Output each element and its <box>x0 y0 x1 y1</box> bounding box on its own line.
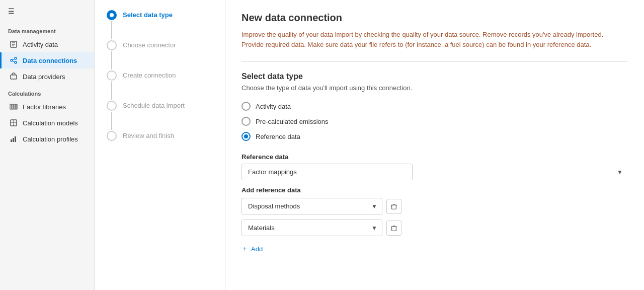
step-line-4 <box>111 112 112 130</box>
radio-label-reference: Reference data <box>256 133 300 140</box>
data-management-section-label: Data management <box>0 22 94 36</box>
reference-data-dropdown[interactable]: Factor mappings Emissions factors Units <box>242 164 413 180</box>
radio-label-activity: Activity data <box>256 103 291 110</box>
ref-dropdown-wrapper-2: Disposal methods Materials Units ▼ <box>242 220 382 236</box>
sidebar-item-label: Data providers <box>23 73 65 81</box>
section-desc: Choose the type of data you'll import us… <box>242 84 628 92</box>
radio-label-pre-calculated: Pre-calculated emissions <box>256 118 329 125</box>
delete-ref-row-2-button[interactable] <box>386 221 401 236</box>
info-text: Improve the quality of your data import … <box>242 30 614 49</box>
ref-dropdown-wrapper-1: Disposal methods Materials Units ▼ <box>242 198 382 214</box>
radio-reference-data[interactable]: Reference data <box>242 132 628 141</box>
add-reference-button[interactable]: ＋ Add <box>242 241 263 256</box>
svg-rect-17 <box>11 139 12 142</box>
step-choose-connector: Choose connector <box>107 40 213 70</box>
calculation-profiles-icon <box>10 135 18 143</box>
svg-line-8 <box>13 61 15 62</box>
delete-ref-row-1-button[interactable] <box>386 199 401 214</box>
ref-row-1: Disposal methods Materials Units ▼ <box>242 198 628 214</box>
sidebar: ☰ Data management Activity data Data con… <box>0 0 95 290</box>
add-button-label: Add <box>251 245 263 253</box>
svg-rect-19 <box>15 136 16 142</box>
step-label-4: Schedule data import <box>123 101 185 109</box>
step-circle-4 <box>107 101 117 111</box>
hamburger-menu[interactable]: ☰ <box>0 0 94 22</box>
page-title: New data connection <box>242 12 628 24</box>
hamburger-icon: ☰ <box>8 7 15 15</box>
section-divider <box>242 61 628 62</box>
sidebar-item-data-connections[interactable]: Data connections <box>0 52 94 68</box>
radio-circle-pre-calculated <box>242 117 251 126</box>
radio-circle-activity <box>242 102 251 111</box>
main-content: New data connection Improve the quality … <box>225 0 644 290</box>
reference-data-dropdown-wrapper: Factor mappings Emissions factors Units … <box>242 164 628 180</box>
factor-libraries-icon <box>10 103 18 111</box>
add-reference-data-label: Add reference data <box>242 186 628 194</box>
step-circle-5 <box>107 131 117 141</box>
step-create-connection: Create connection <box>107 70 213 101</box>
step-select-data-type: Select data type <box>107 10 213 40</box>
activity-data-icon <box>10 40 18 48</box>
sidebar-item-calculation-models[interactable]: Calculation models <box>0 115 94 131</box>
radio-pre-calculated[interactable]: Pre-calculated emissions <box>242 117 628 126</box>
svg-point-4 <box>11 59 13 61</box>
reference-data-chevron-icon: ▼ <box>617 169 623 176</box>
svg-point-6 <box>15 61 17 63</box>
calculation-models-icon <box>10 119 18 127</box>
trash-icon-2 <box>390 225 397 232</box>
data-providers-icon <box>10 72 18 81</box>
step-circle-1 <box>107 10 117 20</box>
trash-icon <box>390 203 397 210</box>
ref-dropdown-1[interactable]: Disposal methods Materials Units <box>242 198 382 214</box>
sidebar-item-label: Calculation models <box>23 119 78 127</box>
step-label-2: Choose connector <box>123 40 176 49</box>
sidebar-item-label: Data connections <box>23 57 77 64</box>
step-review-and-finish: Review and finish <box>107 131 213 141</box>
sidebar-item-factor-libraries[interactable]: Factor libraries <box>0 99 94 115</box>
svg-line-7 <box>13 59 15 60</box>
ref-row-2: Disposal methods Materials Units ▼ <box>242 220 628 236</box>
data-type-radio-group: Activity data Pre-calculated emissions R… <box>242 102 628 141</box>
radio-activity-data[interactable]: Activity data <box>242 102 628 111</box>
step-line-1 <box>111 21 112 39</box>
sidebar-item-label: Factor libraries <box>23 103 66 111</box>
step-label-1: Select data type <box>123 10 173 19</box>
step-line-3 <box>111 82 112 100</box>
section-title: Select data type <box>242 72 628 81</box>
svg-rect-13 <box>16 104 17 109</box>
svg-rect-18 <box>13 138 14 142</box>
sidebar-item-activity-data[interactable]: Activity data <box>0 36 94 52</box>
svg-rect-10 <box>10 104 12 109</box>
svg-rect-23 <box>392 227 396 231</box>
stepper-panel: Select data type Choose connector Create… <box>95 0 225 290</box>
step-line-2 <box>111 51 112 69</box>
ref-dropdown-2[interactable]: Disposal methods Materials Units <box>242 220 382 236</box>
svg-point-5 <box>15 57 17 59</box>
plus-icon: ＋ <box>242 244 248 253</box>
calculations-section-label: Calculations <box>0 85 94 99</box>
step-circle-3 <box>107 70 117 81</box>
step-circle-2 <box>107 40 117 50</box>
step-label-5: Review and finish <box>123 131 174 139</box>
sidebar-item-data-providers[interactable]: Data providers <box>0 68 94 85</box>
sidebar-item-calculation-profiles[interactable]: Calculation profiles <box>0 131 94 147</box>
step-schedule-data-import: Schedule data import <box>107 101 213 131</box>
radio-circle-reference <box>242 132 251 141</box>
sidebar-item-label: Calculation profiles <box>23 135 78 143</box>
data-connections-icon <box>10 56 18 64</box>
svg-rect-11 <box>12 104 14 109</box>
reference-data-field-label: Reference data <box>242 153 628 161</box>
svg-rect-12 <box>14 104 16 109</box>
svg-rect-20 <box>392 205 396 209</box>
sidebar-item-label: Activity data <box>23 41 58 48</box>
svg-rect-9 <box>11 75 17 79</box>
step-label-3: Create connection <box>123 70 176 79</box>
